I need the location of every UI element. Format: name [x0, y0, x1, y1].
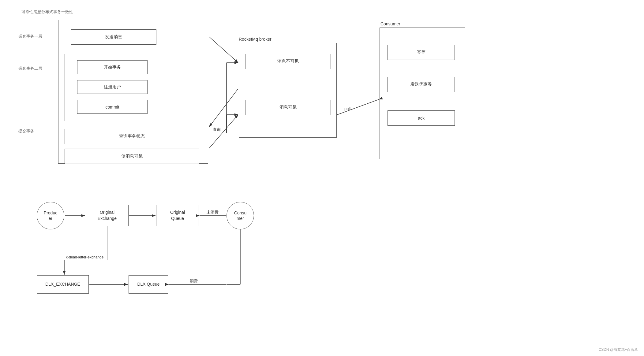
- broker-box: 消息不可见 消息可见: [239, 43, 337, 138]
- layer2-label: 嵌套事务二层: [18, 66, 42, 71]
- make-visible-box: 使消息可见: [65, 149, 199, 164]
- outer-box: 发送消息 开始事务 注册用户 commit 查询事务状态: [58, 20, 208, 164]
- send-msg-box: 发送消息: [71, 29, 156, 45]
- svg-text:未消费: 未消费: [207, 210, 219, 214]
- bottom-diagram: Produc er Original Exchange Original Que…: [18, 187, 600, 346]
- wait-box: 幂等: [388, 45, 455, 60]
- watermark: CSDN @海棠花+百蓓草: [598, 347, 638, 352]
- svg-line-8: [209, 89, 238, 127]
- svg-text:消费: 消费: [190, 279, 198, 283]
- consumer-title: Consumer: [380, 21, 400, 26]
- query-tx-box: 查询事务状态: [65, 129, 199, 144]
- bottom-arrows-svg: 未消费 x-dead-letter-exchange 消费: [18, 187, 294, 318]
- top-diagram-title: 可靠性消息分布式事务一致性: [21, 9, 73, 15]
- layer1-label: 嵌套事务一层: [18, 34, 42, 39]
- layer3-label: 提交事务: [18, 128, 34, 134]
- inner-layer2-box: 开始事务 注册用户 commit: [65, 54, 199, 121]
- diagram-container: 可靠性消息分布式事务一致性 嵌套事务一层 嵌套事务二层 提交事务 发送消息 开始…: [0, 0, 644, 356]
- svg-text:x-dead-letter-exchange: x-dead-letter-exchange: [66, 255, 104, 259]
- commit-box: commit: [77, 100, 148, 114]
- register-user-box: 注册用户: [77, 80, 148, 94]
- consumer-box: 幂等 发送优惠券 ack: [380, 28, 465, 159]
- broker-label: RocketMq broker: [239, 37, 271, 42]
- msg-invisible-box: 消息不可见: [245, 54, 331, 69]
- svg-line-0: [209, 37, 238, 63]
- send-coupon-box: 发送优惠券: [388, 77, 455, 92]
- svg-text:查询: 查询: [213, 127, 221, 132]
- top-diagram: 可靠性消息分布式事务一致性 嵌套事务一层 嵌套事务二层 提交事务 发送消息 开始…: [18, 9, 477, 171]
- msg-visible-box: 消息可见: [245, 100, 331, 115]
- svg-text:pull: pull: [344, 106, 350, 111]
- start-tx-box: 开始事务: [77, 60, 148, 74]
- svg-line-9: [337, 99, 379, 115]
- svg-line-1: [209, 115, 238, 148]
- ack-box: ack: [388, 110, 455, 126]
